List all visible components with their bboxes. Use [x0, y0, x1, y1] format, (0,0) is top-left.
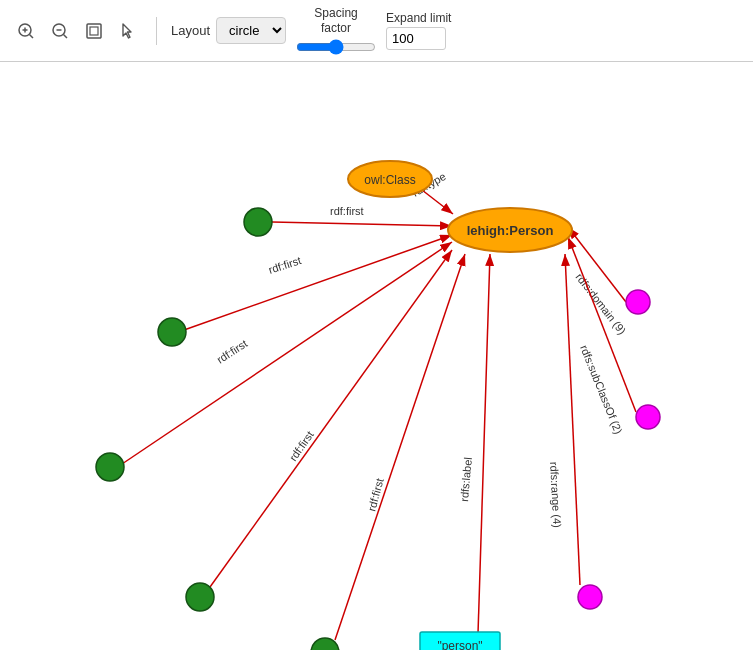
zoom-in-icon: [17, 22, 35, 40]
svg-rect-7: [87, 24, 101, 38]
edge-label-rdf-first-1: rdf:first: [330, 205, 364, 217]
zoom-controls: [12, 17, 142, 45]
edge-rdf-type: [422, 190, 453, 214]
expand-label: Expand limit: [386, 11, 451, 25]
toolbar-separator: [156, 17, 157, 45]
zoom-out-icon: [51, 22, 69, 40]
node-green-2[interactable]: [158, 318, 186, 346]
node-person-literal-label: "person": [437, 639, 482, 650]
layout-group: Layout circle force tree radial: [171, 17, 286, 44]
edge-label-rdfs-label: rdfs:label: [458, 457, 474, 503]
zoom-out-button[interactable]: [46, 17, 74, 45]
node-green-3[interactable]: [96, 453, 124, 481]
edge-label-rdf-first-5: rdf:first: [365, 477, 385, 513]
graph-canvas: rdf:type rdf:first rdf:first rdf:first r…: [0, 62, 753, 650]
edge-label-rdf-first-3: rdf:first: [215, 337, 250, 365]
svg-line-6: [64, 34, 68, 38]
edge-rdf-first-4: [210, 250, 452, 587]
edge-label-rdfs-domain: rdfs:domain (9): [573, 271, 628, 337]
layout-select[interactable]: circle force tree radial: [216, 17, 286, 44]
spacing-label: Spacing factor: [314, 6, 357, 35]
cursor-button[interactable]: [114, 17, 142, 45]
spacing-group: Spacing factor: [296, 6, 376, 55]
edge-label-rdfs-subclassof: rdfs:subClassOf (2): [578, 343, 625, 435]
zoom-in-button[interactable]: [12, 17, 40, 45]
node-lehigh-person-label: lehigh:Person: [467, 223, 554, 238]
node-magenta-3[interactable]: [578, 585, 602, 609]
node-green-1[interactable]: [244, 208, 272, 236]
edge-rdf-first-2: [184, 235, 452, 330]
edge-rdfs-label: [478, 254, 490, 634]
layout-label: Layout: [171, 23, 210, 38]
spacing-slider[interactable]: [296, 39, 376, 55]
expand-input[interactable]: [386, 27, 446, 50]
node-owl-class-label: owl:Class: [364, 173, 415, 187]
fit-icon: [85, 22, 103, 40]
svg-marker-9: [123, 24, 131, 38]
expand-group: Expand limit: [386, 11, 451, 50]
edge-label-rdf-first-2: rdf:first: [267, 254, 303, 276]
svg-line-3: [30, 34, 34, 38]
node-magenta-1[interactable]: [626, 290, 650, 314]
edge-rdf-first-5: [335, 254, 465, 640]
fit-button[interactable]: [80, 17, 108, 45]
cursor-icon: [119, 22, 137, 40]
edge-rdf-first-3: [122, 242, 452, 464]
svg-rect-8: [90, 27, 98, 35]
edge-label-rdfs-range: rdfs:range (4): [548, 461, 563, 528]
toolbar: Layout circle force tree radial Spacing …: [0, 0, 753, 62]
node-magenta-2[interactable]: [636, 405, 660, 429]
edge-rdf-first-1: [272, 222, 452, 226]
edge-rdfs-range: [565, 254, 580, 585]
graph-svg: rdf:type rdf:first rdf:first rdf:first r…: [0, 62, 753, 650]
node-green-4[interactable]: [186, 583, 214, 611]
